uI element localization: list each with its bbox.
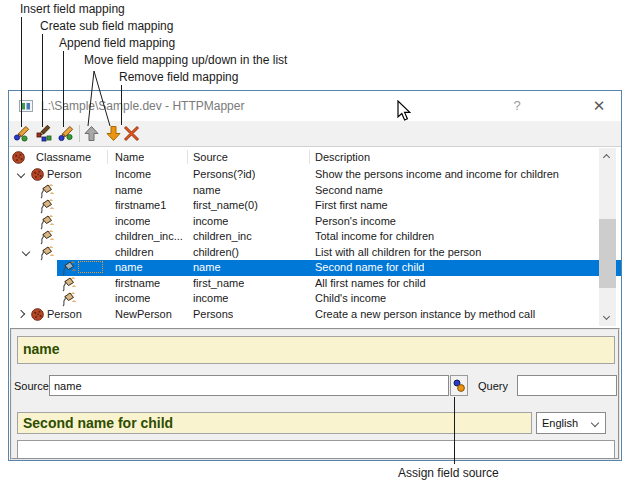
source-input[interactable] [49, 375, 449, 396]
field-mapping-icon-selected [60, 261, 76, 276]
field-mapping-icon [38, 199, 54, 214]
query-input[interactable] [517, 375, 617, 396]
assign-source-icon [451, 376, 467, 395]
list-header: Classname Name Source Description [9, 148, 621, 167]
callout-create-sub-field-mapping: Create sub field mapping [40, 19, 173, 33]
callout-fork-move [80, 68, 120, 128]
window-title: L:\Sample\Sample.dev - HTTPMapper [41, 99, 244, 113]
scroll-up-button[interactable] [599, 148, 616, 165]
chevron-down-icon[interactable] [22, 247, 30, 255]
httpmapper-window: L:\Sample\Sample.dev - HTTPMapper ? ✕ [8, 90, 622, 461]
chevron-down-icon [591, 419, 599, 427]
column-description[interactable]: Description [315, 151, 370, 163]
column-name[interactable]: Name [115, 151, 144, 163]
focus-rectangle [78, 261, 103, 273]
callout-line-assign [454, 397, 455, 464]
column-source[interactable]: Source [193, 151, 228, 163]
notes-area[interactable] [17, 440, 615, 460]
language-dropdown[interactable]: English [536, 412, 606, 434]
vertical-scrollbar[interactable] [599, 148, 616, 326]
mouse-cursor [397, 100, 411, 122]
field-mapping-icon [38, 246, 54, 261]
close-button[interactable]: ✕ [579, 91, 619, 120]
scroll-up-icon [603, 154, 610, 161]
callout-line-create-sub [42, 34, 43, 127]
column-classname[interactable]: Classname [36, 151, 91, 163]
table-row[interactable]: income income Child's income [9, 291, 599, 307]
assign-field-source-button[interactable] [450, 375, 468, 396]
callout-insert-field-mapping: Insert field mapping [20, 2, 125, 16]
mapping-list: Classname Name Source Description Person… [9, 148, 621, 326]
field-mapping-icon [38, 184, 54, 199]
field-mapping-icon [38, 230, 54, 245]
create-sub-field-mapping-button[interactable] [35, 125, 52, 142]
table-row[interactable]: firstname first_name All first names for… [9, 276, 599, 292]
callout-line-remove [121, 85, 122, 125]
field-mapping-icon [60, 292, 76, 307]
detail-panel: name Source Query Second name for child … [10, 328, 620, 460]
table-row[interactable]: Person Income Persons(?id) Show the pers… [9, 167, 599, 183]
remove-field-mapping-button[interactable] [123, 125, 140, 142]
table-row[interactable]: children children() List with all childr… [9, 245, 599, 261]
callout-line-append [63, 51, 64, 127]
table-row[interactable]: Person NewPerson Persons Create a new pe… [9, 307, 599, 323]
append-field-mapping-button[interactable] [57, 125, 74, 142]
help-button[interactable]: ? [501, 91, 533, 120]
scroll-down-button[interactable] [599, 309, 616, 326]
table-row[interactable]: firstname1 first_name(0) First first nam… [9, 198, 599, 214]
table-row[interactable]: income income Person's income [9, 214, 599, 230]
chevron-right-icon[interactable] [17, 309, 25, 317]
field-mapping-icon [60, 277, 76, 292]
callout-assign-field-source: Assign field source [398, 466, 499, 480]
query-label: Query [478, 380, 508, 392]
class-icon [31, 168, 44, 181]
callout-line-insert [21, 17, 22, 127]
callout-append-field-mapping: Append field mapping [59, 36, 175, 50]
table-row[interactable]: name name Second name [9, 183, 599, 199]
scrollbar-thumb[interactable] [599, 219, 616, 288]
callout-remove-field-mapping: Remove field mapping [119, 70, 238, 84]
field-name-display[interactable]: name [17, 336, 615, 364]
table-row[interactable]: children_inc... children_inc Total incom… [9, 229, 599, 245]
callout-move-field-mapping: Move field mapping up/down in the list [84, 53, 287, 67]
field-mapping-icon [38, 215, 54, 230]
insert-field-mapping-button[interactable] [13, 125, 30, 142]
class-icon [31, 308, 44, 321]
scroll-down-icon [603, 313, 610, 320]
class-icon [12, 151, 25, 164]
language-value: English [542, 417, 578, 429]
source-label: Source [14, 380, 49, 392]
chevron-down-icon[interactable] [17, 170, 25, 178]
table-row-selected[interactable]: name name Second name for child [9, 260, 599, 276]
